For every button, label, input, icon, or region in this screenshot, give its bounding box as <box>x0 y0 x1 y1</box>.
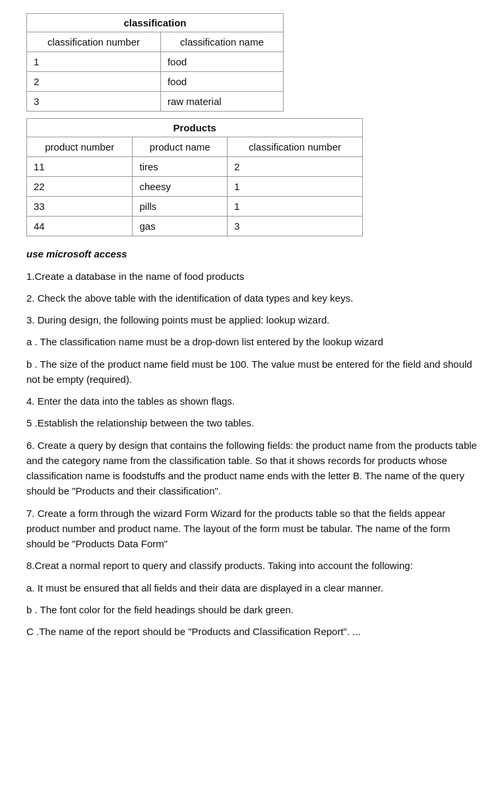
table-row: 1food <box>27 52 284 72</box>
table-cell: food <box>160 72 283 92</box>
table-cell: tires <box>133 157 228 177</box>
products-table: Products product number product name cla… <box>26 118 363 236</box>
table-cell: food <box>160 52 283 72</box>
instruction-item: b . The font color for the field heading… <box>26 602 478 617</box>
table-cell: raw material <box>160 92 283 112</box>
instruction-item: 7. Create a form through the wizard Form… <box>26 506 478 552</box>
instruction-item: 3. During design, the following points m… <box>26 312 478 327</box>
instructions-heading: use microsoft access <box>26 247 478 262</box>
table-cell: 33 <box>27 197 133 217</box>
table-cell: 44 <box>27 217 133 236</box>
products-col-classification-header: classification number <box>227 137 362 157</box>
products-col-name-header: product name <box>133 137 228 157</box>
table-row: 22cheesy1 <box>27 177 363 197</box>
table-cell: 3 <box>27 92 161 112</box>
instruction-item: C .The name of the report should be "Pro… <box>26 624 478 639</box>
products-col-number-header: product number <box>27 137 133 157</box>
table-row: 2food <box>27 72 284 92</box>
instruction-item: b . The size of the product name field m… <box>26 356 478 388</box>
table-cell: 3 <box>227 217 362 236</box>
classification-col-number-header: classification number <box>27 32 161 52</box>
instruction-item: 6. Create a query by design that contain… <box>26 438 478 499</box>
table-cell: pills <box>133 197 228 217</box>
instruction-item: 1.Create a database in the name of food … <box>26 269 478 284</box>
table-cell: 1 <box>227 177 362 197</box>
classification-table: classification classification number cla… <box>26 13 284 112</box>
classification-table-title: classification <box>27 14 284 32</box>
table-cell: 2 <box>227 157 362 177</box>
instruction-item: a . The classification name must be a dr… <box>26 334 478 349</box>
table-cell: 1 <box>27 52 161 72</box>
instruction-item: 8.Creat a normal report to query and cla… <box>26 558 478 573</box>
table-cell: 11 <box>27 157 133 177</box>
table-row: 11tires2 <box>27 157 363 177</box>
tables-section: classification classification number cla… <box>26 13 478 236</box>
instruction-item: 2. Check the above table with the identi… <box>26 290 478 306</box>
table-cell: gas <box>133 217 228 236</box>
table-cell: 1 <box>227 197 362 217</box>
table-row: 3raw material <box>27 92 284 112</box>
table-row: 33pills1 <box>27 197 363 217</box>
table-cell: cheesy <box>133 177 228 197</box>
instructions-section: use microsoft access 1.Create a database… <box>26 247 478 639</box>
table-cell: 2 <box>27 72 161 92</box>
products-table-title: Products <box>27 119 363 137</box>
table-row: 44gas3 <box>27 217 363 236</box>
table-cell: 22 <box>27 177 133 197</box>
instruction-item: 5 .Establish the relationship between th… <box>26 415 478 430</box>
instruction-item: a. It must be ensured that all fields an… <box>26 580 478 595</box>
classification-col-name-header: classification name <box>160 32 283 52</box>
instruction-item: 4. Enter the data into the tables as sho… <box>26 393 478 409</box>
